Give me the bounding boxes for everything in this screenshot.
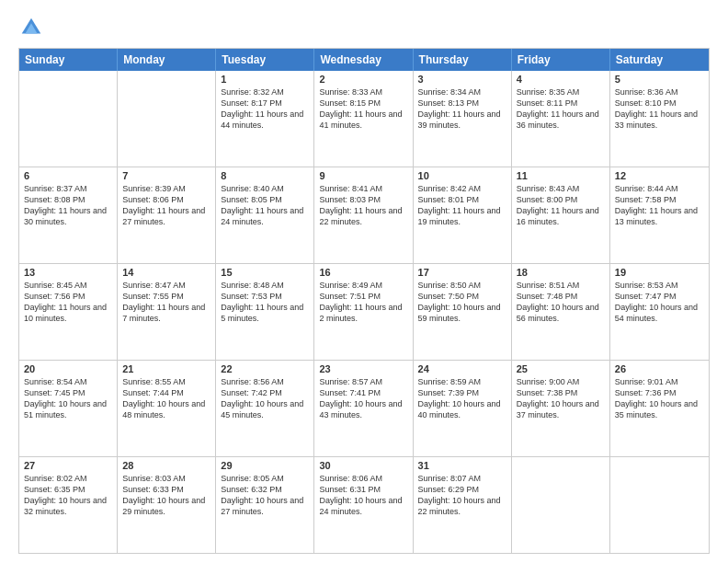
day-number: 26 (615, 363, 704, 374)
cell-text: Sunrise: 9:01 AM Sunset: 7:36 PM Dayligh… (615, 376, 704, 421)
day-number: 16 (319, 267, 407, 278)
cell-text: Sunrise: 8:50 AM Sunset: 7:50 PM Dayligh… (418, 280, 506, 325)
day-number: 24 (418, 363, 506, 374)
calendar-cell: 3Sunrise: 8:34 AM Sunset: 8:13 PM Daylig… (414, 71, 512, 167)
calendar-cell: 23Sunrise: 8:57 AM Sunset: 7:41 PM Dayli… (314, 361, 413, 456)
calendar-cell: 2Sunrise: 8:33 AM Sunset: 8:15 PM Daylig… (314, 71, 413, 167)
calendar-cell: 29Sunrise: 8:05 AM Sunset: 6:32 PM Dayli… (216, 457, 314, 553)
calendar-cell: 15Sunrise: 8:48 AM Sunset: 7:53 PM Dayli… (216, 264, 314, 360)
header-cell-thursday: Thursday (414, 49, 512, 71)
cell-text: Sunrise: 8:44 AM Sunset: 7:58 PM Dayligh… (615, 183, 704, 228)
calendar-cell: 5Sunrise: 8:36 AM Sunset: 8:10 PM Daylig… (610, 71, 709, 167)
calendar-header: SundayMondayTuesdayWednesdayThursdayFrid… (19, 49, 709, 71)
calendar-cell: 19Sunrise: 8:53 AM Sunset: 7:47 PM Dayli… (610, 264, 709, 360)
calendar-cell: 24Sunrise: 8:59 AM Sunset: 7:39 PM Dayli… (414, 361, 512, 456)
cell-text: Sunrise: 8:48 AM Sunset: 7:53 PM Dayligh… (221, 280, 309, 325)
cell-text: Sunrise: 8:07 AM Sunset: 6:29 PM Dayligh… (418, 473, 506, 518)
logo-icon (18, 15, 44, 40)
calendar-cell: 14Sunrise: 8:47 AM Sunset: 7:55 PM Dayli… (118, 264, 216, 360)
day-number: 5 (615, 74, 704, 85)
cell-text: Sunrise: 8:51 AM Sunset: 7:48 PM Dayligh… (517, 280, 605, 325)
calendar-row: 20Sunrise: 8:54 AM Sunset: 7:45 PM Dayli… (19, 360, 709, 456)
day-number: 28 (122, 460, 210, 471)
cell-text: Sunrise: 8:54 AM Sunset: 7:45 PM Dayligh… (24, 376, 112, 421)
calendar-row: 1Sunrise: 8:32 AM Sunset: 8:17 PM Daylig… (19, 71, 709, 167)
calendar-cell: 28Sunrise: 8:03 AM Sunset: 6:33 PM Dayli… (118, 457, 216, 553)
day-number: 13 (24, 267, 112, 278)
day-number: 10 (418, 170, 506, 181)
calendar-cell: 31Sunrise: 8:07 AM Sunset: 6:29 PM Dayli… (414, 457, 512, 553)
cell-text: Sunrise: 8:49 AM Sunset: 7:51 PM Dayligh… (319, 280, 407, 325)
logo (18, 15, 46, 40)
day-number: 25 (517, 363, 605, 374)
cell-text: Sunrise: 8:36 AM Sunset: 8:10 PM Dayligh… (615, 86, 704, 132)
calendar-cell (19, 71, 118, 167)
day-number: 9 (319, 170, 407, 181)
cell-text: Sunrise: 9:00 AM Sunset: 7:38 PM Dayligh… (517, 376, 605, 421)
calendar-cell: 16Sunrise: 8:49 AM Sunset: 7:51 PM Dayli… (314, 264, 413, 360)
cell-text: Sunrise: 8:56 AM Sunset: 7:42 PM Dayligh… (221, 376, 309, 421)
calendar-cell: 7Sunrise: 8:39 AM Sunset: 8:06 PM Daylig… (118, 167, 216, 263)
calendar-cell: 6Sunrise: 8:37 AM Sunset: 8:08 PM Daylig… (19, 167, 118, 263)
calendar-cell: 12Sunrise: 8:44 AM Sunset: 7:58 PM Dayli… (610, 167, 709, 263)
calendar-cell: 25Sunrise: 9:00 AM Sunset: 7:38 PM Dayli… (512, 361, 610, 456)
calendar-cell: 21Sunrise: 8:55 AM Sunset: 7:44 PM Dayli… (118, 361, 216, 456)
cell-text: Sunrise: 8:05 AM Sunset: 6:32 PM Dayligh… (221, 473, 309, 518)
cell-text: Sunrise: 8:42 AM Sunset: 8:01 PM Dayligh… (418, 183, 506, 228)
calendar-row: 13Sunrise: 8:45 AM Sunset: 7:56 PM Dayli… (19, 263, 709, 360)
cell-text: Sunrise: 8:40 AM Sunset: 8:05 PM Dayligh… (221, 183, 309, 228)
calendar-cell: 9Sunrise: 8:41 AM Sunset: 8:03 PM Daylig… (314, 167, 413, 263)
day-number: 30 (319, 460, 407, 471)
cell-text: Sunrise: 8:41 AM Sunset: 8:03 PM Dayligh… (319, 183, 407, 228)
day-number: 8 (221, 170, 309, 181)
calendar-cell: 1Sunrise: 8:32 AM Sunset: 8:17 PM Daylig… (216, 71, 314, 167)
cell-text: Sunrise: 8:47 AM Sunset: 7:55 PM Dayligh… (122, 280, 210, 325)
cell-text: Sunrise: 8:59 AM Sunset: 7:39 PM Dayligh… (418, 376, 506, 421)
day-number: 12 (615, 170, 704, 181)
day-number: 19 (615, 267, 704, 278)
calendar-cell: 11Sunrise: 8:43 AM Sunset: 8:00 PM Dayli… (512, 167, 610, 263)
calendar-cell: 17Sunrise: 8:50 AM Sunset: 7:50 PM Dayli… (414, 264, 512, 360)
cell-text: Sunrise: 8:45 AM Sunset: 7:56 PM Dayligh… (24, 280, 112, 325)
header-cell-monday: Monday (118, 49, 216, 71)
cell-text: Sunrise: 8:43 AM Sunset: 8:00 PM Dayligh… (517, 183, 605, 228)
header-cell-sunday: Sunday (19, 49, 118, 71)
calendar-row: 6Sunrise: 8:37 AM Sunset: 8:08 PM Daylig… (19, 167, 709, 263)
calendar-cell: 4Sunrise: 8:35 AM Sunset: 8:11 PM Daylig… (512, 71, 610, 167)
calendar-cell: 27Sunrise: 8:02 AM Sunset: 6:35 PM Dayli… (19, 457, 118, 553)
calendar: SundayMondayTuesdayWednesdayThursdayFrid… (18, 48, 710, 554)
cell-text: Sunrise: 8:32 AM Sunset: 8:17 PM Dayligh… (221, 86, 309, 132)
page: SundayMondayTuesdayWednesdayThursdayFrid… (0, 0, 728, 563)
day-number: 23 (319, 363, 407, 374)
header-cell-friday: Friday (512, 49, 610, 71)
calendar-cell: 13Sunrise: 8:45 AM Sunset: 7:56 PM Dayli… (19, 264, 118, 360)
day-number: 1 (221, 74, 309, 85)
calendar-cell (610, 457, 709, 553)
header-cell-tuesday: Tuesday (216, 49, 314, 71)
day-number: 17 (418, 267, 506, 278)
day-number: 22 (221, 363, 309, 374)
cell-text: Sunrise: 8:53 AM Sunset: 7:47 PM Dayligh… (615, 280, 704, 325)
day-number: 21 (122, 363, 210, 374)
day-number: 6 (24, 170, 112, 181)
day-number: 18 (517, 267, 605, 278)
day-number: 27 (24, 460, 112, 471)
header-cell-wednesday: Wednesday (314, 49, 413, 71)
calendar-body: 1Sunrise: 8:32 AM Sunset: 8:17 PM Daylig… (19, 71, 709, 553)
calendar-cell: 22Sunrise: 8:56 AM Sunset: 7:42 PM Dayli… (216, 361, 314, 456)
day-number: 7 (122, 170, 210, 181)
cell-text: Sunrise: 8:55 AM Sunset: 7:44 PM Dayligh… (122, 376, 210, 421)
calendar-cell: 18Sunrise: 8:51 AM Sunset: 7:48 PM Dayli… (512, 264, 610, 360)
cell-text: Sunrise: 8:39 AM Sunset: 8:06 PM Dayligh… (122, 183, 210, 228)
calendar-row: 27Sunrise: 8:02 AM Sunset: 6:35 PM Dayli… (19, 456, 709, 553)
calendar-cell: 26Sunrise: 9:01 AM Sunset: 7:36 PM Dayli… (610, 361, 709, 456)
cell-text: Sunrise: 8:33 AM Sunset: 8:15 PM Dayligh… (319, 86, 407, 132)
cell-text: Sunrise: 8:34 AM Sunset: 8:13 PM Dayligh… (418, 86, 506, 132)
calendar-cell (512, 457, 610, 553)
day-number: 29 (221, 460, 309, 471)
day-number: 11 (517, 170, 605, 181)
day-number: 31 (418, 460, 506, 471)
cell-text: Sunrise: 8:03 AM Sunset: 6:33 PM Dayligh… (122, 473, 210, 518)
day-number: 15 (221, 267, 309, 278)
day-number: 20 (24, 363, 112, 374)
